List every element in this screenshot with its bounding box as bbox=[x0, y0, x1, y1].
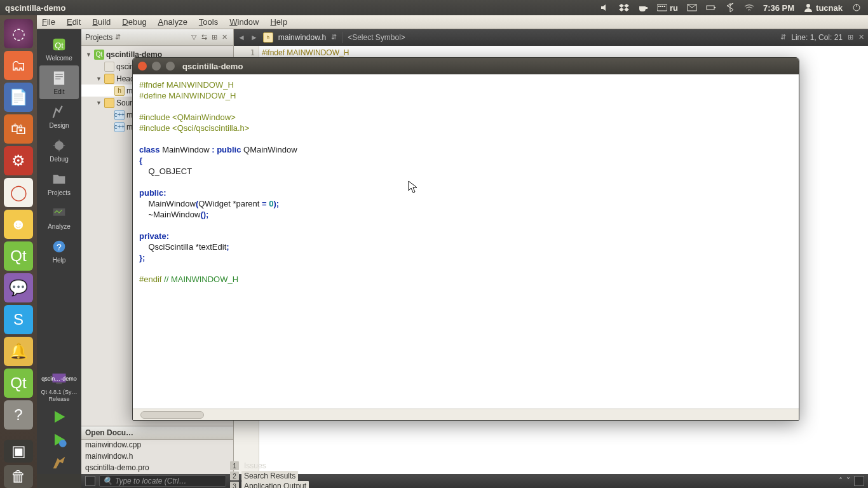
demo-scrollbar[interactable] bbox=[133, 409, 799, 420]
demo-titlebar[interactable]: qscintilla-demo bbox=[133, 58, 799, 74]
dropbox-icon[interactable] bbox=[619, 3, 629, 13]
caffeine-icon[interactable] bbox=[638, 3, 648, 13]
output-pane-search-results[interactable]: 2Search Results bbox=[230, 471, 309, 481]
svg-rect-4 bbox=[664, 6, 665, 7]
launcher-help[interactable]: ? bbox=[4, 400, 33, 430]
mode-help[interactable]: ?Help bbox=[39, 234, 79, 268]
svg-rect-18 bbox=[56, 383, 62, 384]
launcher-software[interactable]: 🛍 bbox=[4, 114, 33, 144]
menu-help[interactable]: Help bbox=[270, 17, 287, 27]
demo-window: qscintilla-demo #ifndef MAINWINDOW_H #de… bbox=[132, 57, 799, 421]
battery-icon[interactable] bbox=[706, 3, 716, 13]
mail-icon[interactable] bbox=[687, 3, 697, 13]
launcher-pidgin[interactable]: 💬 bbox=[4, 273, 33, 302]
window-maximize-icon[interactable] bbox=[166, 62, 175, 71]
menu-debug[interactable]: Debug bbox=[122, 17, 146, 27]
launcher-app2[interactable]: 🔔 bbox=[4, 337, 33, 366]
mode-design[interactable]: Design bbox=[39, 99, 79, 133]
launcher-running-label: qscin…-demo bbox=[37, 376, 81, 382]
svg-rect-2 bbox=[660, 6, 661, 7]
chevron-updown-icon[interactable]: ⇵ bbox=[780, 33, 786, 41]
keyboard-layout-indicator[interactable]: ru bbox=[657, 3, 678, 13]
bluetooth-icon[interactable] bbox=[725, 3, 735, 13]
demo-editor[interactable]: #ifndef MAINWINDOW_H #define MAINWINDOW_… bbox=[133, 74, 799, 409]
launcher-trash[interactable]: 🗑 bbox=[4, 465, 33, 488]
window-minimize-icon[interactable] bbox=[152, 62, 161, 71]
split-editor-icon[interactable]: ⊞ bbox=[848, 33, 853, 41]
locator-input[interactable]: 🔍 Type to locate (Ctrl… bbox=[99, 475, 226, 487]
menu-analyze[interactable]: Analyze bbox=[158, 17, 187, 27]
debug-run-button[interactable] bbox=[39, 428, 79, 451]
symbol-selector[interactable]: <Select Symbol> bbox=[348, 33, 775, 42]
menu-window[interactable]: Window bbox=[229, 17, 259, 27]
menu-file[interactable]: File bbox=[42, 17, 55, 27]
filter-icon[interactable]: ▽ bbox=[189, 33, 199, 41]
launcher-skype[interactable]: S bbox=[4, 305, 33, 334]
svg-rect-3 bbox=[662, 6, 663, 7]
active-window-title: qscintilla-demo bbox=[0, 3, 600, 13]
open-documents-header: Open Docu… bbox=[81, 426, 233, 440]
output-pane-issues[interactable]: 1Issues bbox=[230, 461, 309, 471]
launcher-editor[interactable]: 📄 bbox=[4, 83, 33, 112]
split-icon[interactable]: ⊞ bbox=[209, 33, 219, 41]
launcher-chrome[interactable]: ◯ bbox=[4, 178, 33, 207]
demo-title: qscintilla-demo bbox=[182, 62, 243, 71]
file-type-h-icon: h bbox=[263, 32, 273, 43]
mouse-cursor-icon bbox=[408, 180, 418, 197]
status-bar: 🔍 Type to locate (Ctrl… 1Issues2Search R… bbox=[81, 474, 868, 488]
build-button[interactable] bbox=[39, 451, 79, 474]
launcher-settings[interactable]: ⚙ bbox=[4, 146, 33, 175]
launcher-files[interactable]: 🗂 bbox=[4, 51, 33, 80]
current-file-label[interactable]: mainwindow.h bbox=[278, 33, 326, 42]
system-tray: ru 7:36 PM tucnak bbox=[600, 3, 868, 13]
nav-back-icon[interactable]: ◄ bbox=[238, 33, 245, 42]
mode-bar: QtWelcomeEditDesignDebugProjectsAnalyze?… bbox=[37, 29, 81, 474]
close-editor-icon[interactable]: ✕ bbox=[858, 33, 864, 41]
kit-selector[interactable]: Qt 4.8.1 (Sy…Release bbox=[39, 367, 79, 405]
chevron-down-icon[interactable]: ˅ bbox=[846, 477, 850, 485]
launcher-qt[interactable]: Qt bbox=[4, 369, 33, 398]
run-button[interactable] bbox=[39, 405, 79, 428]
chevron-up-icon[interactable]: ˄ bbox=[839, 477, 843, 485]
svg-rect-1 bbox=[658, 6, 660, 7]
chevron-updown-icon[interactable]: ⇵ bbox=[331, 33, 337, 41]
svg-rect-7 bbox=[714, 7, 715, 8]
projects-header: Projects ⇵ ▽ ⇆ ⊞ ✕ bbox=[81, 29, 233, 46]
open-documents-list[interactable]: mainwindow.cppmainwindow.hqscintilla-dem… bbox=[81, 440, 233, 474]
toggle-sidebar-icon[interactable] bbox=[85, 476, 95, 486]
open-doc-item[interactable]: mainwindow.h bbox=[81, 451, 233, 463]
mode-debug[interactable]: Debug bbox=[39, 133, 79, 166]
mode-analyze[interactable]: Analyze bbox=[39, 200, 79, 234]
menu-tools[interactable]: Tools bbox=[199, 17, 218, 27]
output-pane-application-output[interactable]: 3Application Output bbox=[230, 481, 309, 488]
clock[interactable]: 7:36 PM bbox=[763, 3, 794, 13]
wifi-icon[interactable] bbox=[744, 3, 754, 13]
launcher-terminal[interactable]: ▣ bbox=[4, 440, 33, 463]
mode-projects[interactable]: Projects bbox=[39, 166, 79, 200]
session-icon[interactable] bbox=[851, 3, 862, 13]
svg-text:?: ? bbox=[57, 242, 62, 252]
volume-icon[interactable] bbox=[600, 3, 610, 13]
svg-rect-0 bbox=[657, 4, 667, 11]
toggle-output-icon[interactable] bbox=[854, 476, 864, 486]
svg-rect-12 bbox=[54, 72, 64, 85]
nav-forward-icon[interactable]: ► bbox=[250, 33, 258, 42]
chevron-updown-icon[interactable]: ⇵ bbox=[112, 33, 123, 41]
menu-build[interactable]: Build bbox=[92, 17, 111, 27]
svg-text:Qt: Qt bbox=[55, 41, 64, 50]
mode-welcome[interactable]: QtWelcome bbox=[39, 32, 79, 65]
mode-edit[interactable]: Edit bbox=[39, 65, 79, 99]
launcher-dash[interactable]: ◌ bbox=[4, 19, 33, 48]
svg-rect-6 bbox=[707, 6, 714, 10]
open-doc-item[interactable]: qscintilla-demo.pro bbox=[81, 463, 233, 474]
sync-icon[interactable]: ⇆ bbox=[199, 33, 209, 41]
close-pane-icon[interactable]: ✕ bbox=[219, 33, 229, 41]
open-doc-item[interactable]: mainwindow.cpp bbox=[81, 440, 233, 451]
window-close-icon[interactable] bbox=[138, 62, 147, 71]
user-menu[interactable]: tucnak bbox=[803, 3, 843, 13]
menu-edit[interactable]: Edit bbox=[67, 17, 81, 27]
launcher-app1[interactable]: ☻ bbox=[4, 210, 33, 239]
launcher-qtcreator[interactable]: Qt bbox=[4, 241, 33, 271]
editor-toolbar: ◄ ► h mainwindow.h ⇵ <Select Symbol> ⇵ L… bbox=[234, 29, 868, 46]
unity-launcher: ◌ 🗂 📄 🛍 ⚙ ◯ ☻ Qt 💬 S 🔔 Qt ? ▣ 🗑 bbox=[0, 15, 37, 488]
